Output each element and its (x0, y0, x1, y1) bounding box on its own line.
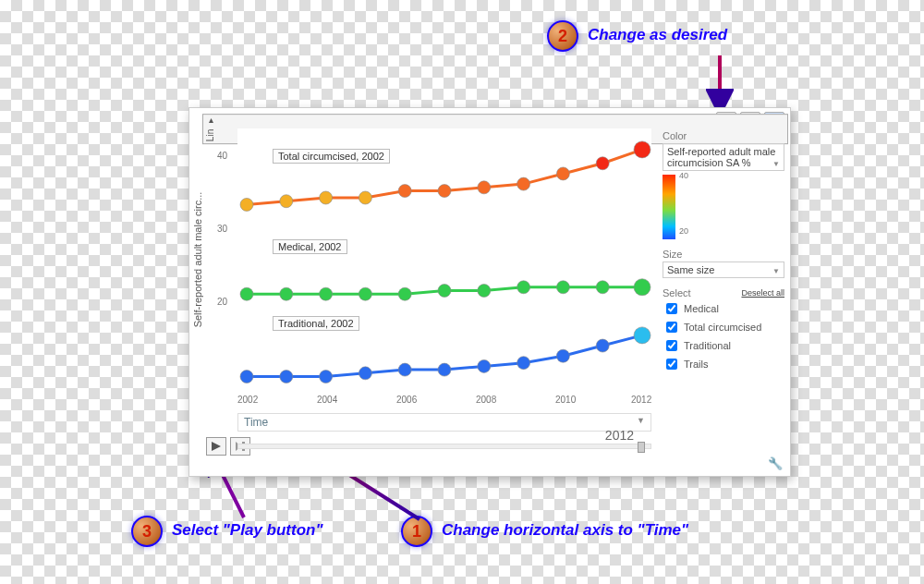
color-title: Color (663, 130, 784, 141)
x-tick: 2012 (631, 395, 651, 405)
svg-point-11 (556, 167, 569, 180)
side-panel: Color Self-reported adult male circumcis… (663, 130, 784, 382)
select-item-trails[interactable]: Trails (663, 356, 784, 372)
svg-point-9 (478, 181, 491, 194)
chevron-down-icon: ▼ (637, 416, 645, 429)
chart-plot (237, 128, 651, 391)
svg-point-21 (517, 281, 530, 294)
svg-point-3 (240, 198, 253, 211)
svg-point-32 (517, 357, 530, 370)
x-axis-selector[interactable]: Time▼ (237, 413, 651, 432)
badge-3: 3 (131, 516, 163, 547)
x-tick: 2004 (317, 395, 337, 405)
color-scale (663, 175, 675, 239)
svg-point-5 (320, 191, 333, 204)
svg-point-10 (517, 177, 530, 190)
svg-point-30 (438, 363, 451, 376)
motion-chart-panel: ∴ ılı ／ Self-reported adult male circ...… (188, 107, 791, 477)
svg-point-7 (398, 185, 411, 198)
time-slider[interactable]: 2012 (237, 437, 651, 456)
settings-icon[interactable]: 🔧 (768, 456, 783, 470)
annotation-1: Change horizontal axis to "Time" (442, 521, 688, 540)
svg-point-26 (280, 371, 293, 383)
chevron-down-icon: ▼ (772, 267, 780, 275)
annotation-2: Change as desired (588, 26, 727, 44)
y-tick: 20 (217, 297, 227, 307)
svg-point-12 (596, 157, 609, 170)
select-item-medical[interactable]: Medical (663, 300, 784, 317)
svg-point-27 (320, 371, 333, 383)
x-tick: 2008 (476, 395, 496, 405)
svg-point-14 (240, 287, 253, 300)
y-tick: 30 (217, 224, 227, 234)
svg-point-17 (359, 287, 371, 300)
size-title: Size (663, 249, 784, 260)
chevron-down-icon: ▼ (772, 160, 780, 168)
time-slider-thumb[interactable] (638, 442, 645, 453)
arrow-2 (706, 52, 734, 113)
size-selector[interactable]: Same size ▼ (663, 262, 784, 278)
x-tick: 2002 (237, 395, 258, 405)
badge-2: 2 (547, 20, 578, 52)
select-item-total[interactable]: Total circumcised (663, 319, 784, 335)
svg-point-28 (359, 367, 371, 380)
svg-point-15 (280, 287, 293, 300)
deselect-all-link[interactable]: Deselect all (741, 288, 784, 298)
svg-point-24 (634, 279, 650, 296)
x-tick: 2006 (396, 395, 417, 405)
color-selector[interactable]: Self-reported adult male circumcision SA… (663, 143, 784, 171)
select-item-traditional[interactable]: Traditional (663, 337, 784, 354)
colorbar-tick: 40 (679, 171, 688, 180)
svg-point-6 (359, 191, 371, 204)
svg-point-31 (478, 359, 491, 372)
svg-point-34 (596, 339, 609, 352)
series-label-total: Total circumcised, 2002 (273, 149, 390, 164)
svg-point-22 (556, 281, 569, 294)
series-label-traditional: Traditional, 2002 (273, 316, 359, 331)
svg-point-20 (478, 285, 491, 298)
svg-point-29 (398, 363, 411, 376)
select-title: Select (663, 287, 691, 298)
svg-point-35 (634, 327, 650, 344)
colorbar-tick: 20 (679, 226, 688, 236)
svg-point-23 (596, 281, 609, 294)
svg-point-33 (556, 349, 569, 362)
series-label-medical: Medical, 2002 (273, 239, 347, 254)
svg-point-13 (634, 141, 650, 158)
svg-point-16 (320, 287, 333, 300)
play-button[interactable] (206, 437, 226, 456)
svg-point-25 (240, 371, 253, 383)
svg-point-18 (398, 287, 411, 300)
x-tick: 2010 (555, 395, 576, 405)
y-axis-label[interactable]: Self-reported adult male circ... (191, 128, 204, 391)
time-slider-year: 2012 (605, 428, 634, 443)
svg-point-19 (438, 285, 451, 298)
svg-point-8 (438, 185, 451, 198)
y-tick: 40 (217, 151, 227, 161)
svg-point-4 (280, 195, 293, 208)
